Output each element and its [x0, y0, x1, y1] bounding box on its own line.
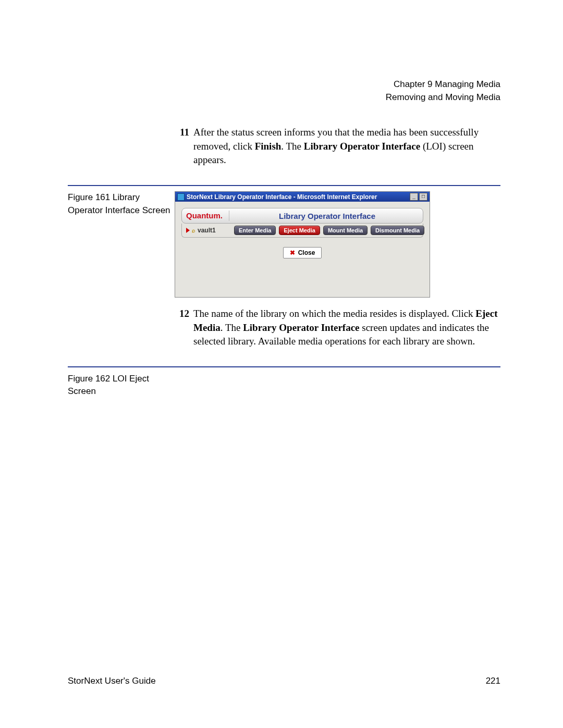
step-number: 12 — [175, 307, 193, 349]
step-body: After the status screen informs you that… — [193, 126, 500, 167]
window-titlebar: StorNext Library Operator Interface - Mi… — [175, 192, 430, 202]
minimize-icon[interactable]: _ — [410, 193, 418, 201]
divider — [68, 366, 500, 367]
step-11: 11 After the status screen informs you t… — [175, 126, 500, 167]
loi-title: Library Operator Interface — [236, 212, 419, 220]
dismount-media-button[interactable]: Dismount Media — [371, 226, 424, 235]
close-icon: ✖ — [290, 249, 295, 256]
loi-toolbar: ⌕ vault1 Enter Media Eject Media Mount M… — [181, 224, 423, 238]
chapter-label: Chapter 9 Managing Media — [68, 78, 500, 91]
expand-icon — [186, 228, 190, 233]
brand-label: Quantum. — [186, 211, 223, 220]
close-button[interactable]: ✖ Close — [283, 247, 322, 258]
magnifier-icon: ⌕ — [192, 227, 195, 233]
window-title-text: StorNext Library Operator Interface - Mi… — [187, 193, 377, 201]
vault-item[interactable]: ⌕ vault1 — [186, 227, 231, 234]
enter-media-button[interactable]: Enter Media — [234, 226, 276, 235]
running-header: Chapter 9 Managing Media Removing and Mo… — [68, 78, 500, 104]
figure-162-caption: Figure 162 LOI Eject Screen — [68, 373, 175, 398]
loi-screenshot: StorNext Library Operator Interface - Mi… — [175, 191, 430, 298]
footer-page-number: 221 — [486, 676, 500, 686]
page-footer: StorNext User's Guide 221 — [68, 676, 500, 686]
eject-media-button[interactable]: Eject Media — [279, 226, 320, 235]
maximize-icon[interactable]: □ — [419, 193, 427, 201]
close-label: Close — [298, 249, 315, 256]
window-controls: _ □ — [410, 193, 427, 201]
section-label: Removing and Moving Media — [68, 91, 500, 104]
step-number: 11 — [175, 126, 193, 167]
footer-doc-title: StorNext User's Guide — [68, 676, 156, 686]
vault-label: vault1 — [198, 227, 216, 234]
figure-161-caption: Figure 161 Library Operator Interface Sc… — [68, 191, 175, 217]
app-icon — [177, 193, 185, 201]
mount-media-button[interactable]: Mount Media — [323, 226, 368, 235]
step-body: The name of the library on which the med… — [193, 307, 500, 349]
step-12: 12 The name of the library on which the … — [175, 307, 500, 349]
divider — [68, 185, 500, 186]
loi-header-bar: Quantum. Library Operator Interface — [181, 208, 423, 224]
